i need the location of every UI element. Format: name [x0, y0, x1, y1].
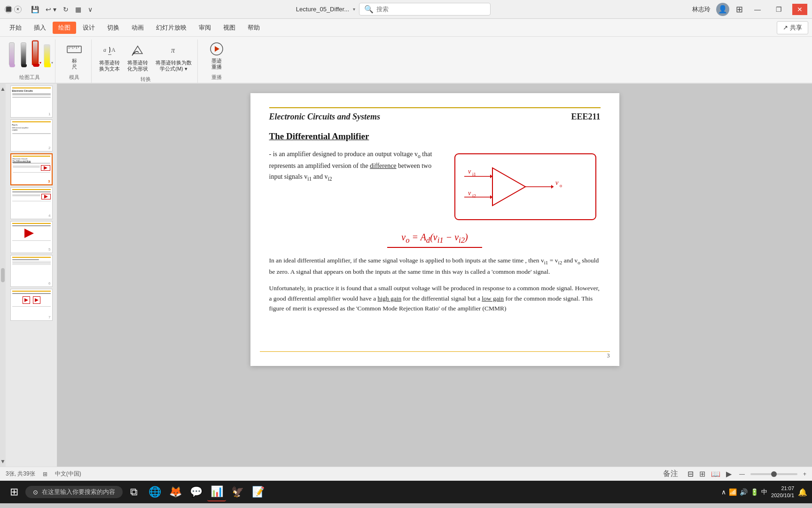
- ink-to-text-label: 将墨迹转换为文本: [99, 60, 120, 72]
- zoom-thumb[interactable]: [771, 471, 777, 477]
- menu-transition[interactable]: 切换: [102, 22, 125, 34]
- slide-sorter-btn[interactable]: ⊞: [697, 468, 707, 479]
- close-btn[interactable]: ✕: [792, 4, 807, 15]
- title-bar-left: ⬛ × 💾 ↩ ▾ ↻ ▦ ∨: [5, 5, 94, 14]
- menu-right: ↗ 共享: [777, 21, 808, 34]
- pen-yellow[interactable]: ▾: [42, 41, 52, 65]
- title-center: Lecture_05_Differ... ▾ 🔍: [94, 3, 692, 16]
- pen-tools: ▾ ▾: [7, 40, 52, 67]
- title-dropdown[interactable]: ▾: [353, 7, 355, 12]
- grid-icon[interactable]: ⊞: [735, 3, 744, 16]
- replay-label: 墨迹重播: [211, 58, 222, 70]
- intro-text-1: - is an amplifier designed to produce an…: [269, 151, 418, 158]
- slide-viewport[interactable]: Electronic Circuits and Systems EEE211 T…: [57, 84, 812, 467]
- scroll-down-btn[interactable]: ▼: [0, 458, 6, 465]
- svg-text:a: a: [103, 47, 106, 53]
- search-box[interactable]: 🔍: [359, 3, 491, 16]
- slide-body: - is an amplifier designed to produce an…: [269, 149, 601, 224]
- undo-btn[interactable]: ↩ ▾: [44, 5, 58, 14]
- svg-text:i1: i1: [472, 172, 476, 177]
- menu-draw[interactable]: 绘图: [53, 22, 76, 34]
- taskbar-wechat[interactable]: 💬: [187, 483, 205, 501]
- zoom-minus[interactable]: —: [739, 471, 745, 477]
- restore-btn[interactable]: ❐: [771, 4, 787, 15]
- taskbar-windows-btn[interactable]: ⊞: [5, 483, 23, 501]
- scrollbar-thumb[interactable]: [1, 268, 5, 282]
- normal-view-btn[interactable]: ⊟: [686, 468, 695, 479]
- svg-marker-11: [215, 46, 219, 52]
- volume-icon[interactable]: 🔊: [740, 488, 748, 496]
- intro-sub-i2: i2: [328, 176, 332, 182]
- edge-icon: 🌐: [148, 486, 161, 498]
- ime-icon[interactable]: 中: [761, 488, 767, 496]
- taskbar-browser2[interactable]: 🦅: [228, 483, 247, 501]
- slide-thumb-3[interactable]: Electronic Circuits The Differential Amp…: [10, 153, 53, 185]
- ink-to-math-btn[interactable]: π 将墨迹转换为数学公式(M) ▾: [153, 41, 195, 74]
- slide-thumb-4[interactable]: 4: [10, 187, 53, 219]
- ink-replay-btn[interactable]: 墨迹重播: [203, 40, 231, 72]
- redo-btn[interactable]: ↻: [61, 5, 70, 14]
- slide-thumb-2[interactable]: Part 1: Differential amplifier CMRR 2: [10, 119, 53, 151]
- slideshow-view-btn[interactable]: ▶: [724, 468, 734, 479]
- search-input[interactable]: [376, 6, 485, 13]
- win-state-btn[interactable]: ⬛: [5, 6, 12, 13]
- menu-slideshow[interactable]: 幻灯片放映: [150, 22, 192, 34]
- taskbar-clock[interactable]: 21:07 2020/10/1: [771, 485, 794, 500]
- menu-review[interactable]: 审阅: [193, 22, 217, 34]
- ink-to-shape-label: 将墨迹转化为形状: [127, 60, 148, 72]
- taskbar-task-view[interactable]: ⧉: [125, 483, 143, 501]
- taskbar-firefox[interactable]: 🦊: [166, 483, 185, 501]
- wechat-icon: 💬: [190, 486, 203, 498]
- taskbar-search[interactable]: ⊙ 在这里输入你要搜索的内容: [25, 486, 123, 498]
- left-scrollbar[interactable]: ▲ ▼: [0, 84, 6, 467]
- taskbar-powerpoint[interactable]: 📊: [207, 483, 226, 501]
- menu-help[interactable]: 帮助: [242, 22, 265, 34]
- para-1: In an ideal differential amplifier, if t…: [269, 255, 601, 277]
- notes-btn[interactable]: 备注: [661, 468, 680, 480]
- slide-thumb-7[interactable]: 7: [10, 289, 53, 321]
- zoom-slider[interactable]: [750, 473, 797, 475]
- network-icon: 📶: [729, 488, 737, 496]
- pen-black[interactable]: [18, 41, 29, 65]
- svg-marker-13: [492, 168, 525, 206]
- customize-btn[interactable]: ▦: [73, 5, 83, 14]
- ink-to-shape-icon: [130, 43, 145, 58]
- minimize-btn[interactable]: —: [750, 4, 765, 15]
- user-name: 林志玲: [692, 5, 710, 14]
- menu-view[interactable]: 视图: [218, 22, 241, 34]
- taskbar-edge[interactable]: 🌐: [145, 483, 164, 501]
- menu-design[interactable]: 设计: [77, 22, 101, 34]
- low-gain-link: low gain: [482, 295, 504, 302]
- scroll-up-btn[interactable]: ▲: [0, 86, 6, 92]
- ink-to-shape-btn[interactable]: 将墨迹转化为形状: [125, 41, 151, 74]
- slide-thumb-5[interactable]: 5: [10, 221, 53, 253]
- ruler-icon: [67, 41, 82, 56]
- taskbar-right: ∧ 📶 🔊 🔋 中 21:07 2020/10/1 🔔: [721, 485, 807, 500]
- slide-thumb-1[interactable]: Electronic Circuits 1: [10, 86, 53, 118]
- taskbar-search-icon: ⊙: [33, 489, 38, 496]
- pen-red[interactable]: ▾: [30, 41, 40, 65]
- reading-view-btn[interactable]: 📖: [709, 468, 722, 479]
- share-button[interactable]: ↗ 共享: [777, 21, 808, 34]
- slide-thumb-6[interactable]: 6: [10, 255, 53, 287]
- ruler-label: 标尺: [72, 58, 77, 70]
- menu-start[interactable]: 开始: [4, 22, 27, 34]
- save-btn[interactable]: 💾: [29, 5, 41, 14]
- taskbar-date: 2020/10/1: [771, 492, 794, 499]
- taskbar-word[interactable]: 📝: [249, 483, 267, 501]
- menu-insert[interactable]: 插入: [28, 22, 52, 34]
- svg-text:π: π: [171, 46, 175, 54]
- pen-purple[interactable]: [7, 41, 17, 65]
- notification-btn[interactable]: 🔔: [798, 488, 807, 497]
- win-expand-btn[interactable]: ×: [14, 6, 22, 13]
- ink-to-text-btn[interactable]: a A 将墨迹转换为文本: [96, 41, 123, 74]
- caret-up-icon[interactable]: ∧: [721, 488, 726, 496]
- menu-animation[interactable]: 动画: [126, 22, 149, 34]
- zoom-plus[interactable]: +: [803, 471, 806, 477]
- footer-line: [260, 351, 610, 352]
- user-avatar[interactable]: 👤: [716, 3, 729, 16]
- taskbar: ⊞ ⊙ 在这里输入你要搜索的内容 ⧉ 🌐 🦊 💬 📊 🦅 📝 ∧ 📶 🔊 🔋 中…: [0, 481, 812, 503]
- ruler-btn[interactable]: 标尺: [60, 40, 88, 72]
- slide-container: Electronic Circuits and Systems EEE211 T…: [250, 93, 619, 366]
- view-buttons: ⊟ ⊞ 📖 ▶: [686, 468, 734, 479]
